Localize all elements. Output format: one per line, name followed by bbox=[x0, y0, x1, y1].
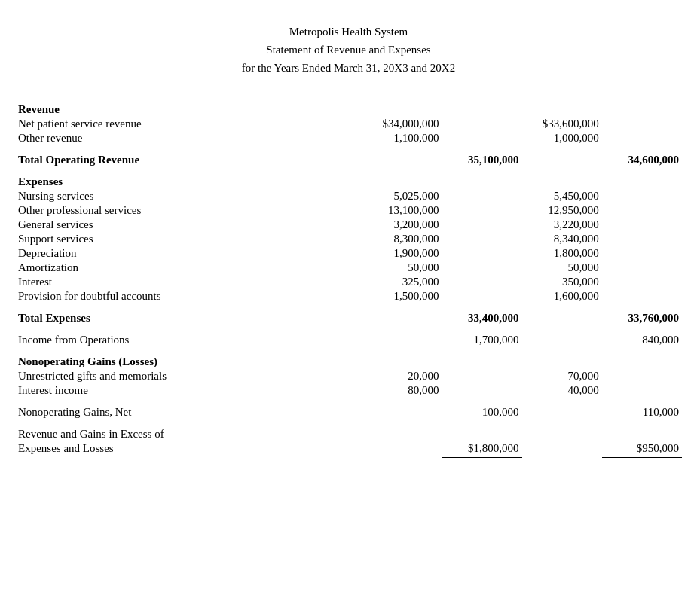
net-patient-label: Net patient service revenue bbox=[15, 117, 362, 131]
interest-income-label: Interest income bbox=[15, 383, 362, 398]
other-revenue-label: Other revenue bbox=[15, 131, 362, 145]
revenue-gains-row1: Revenue and Gains in Excess of bbox=[15, 427, 682, 441]
nonoperating-header-row: Nonoperating Gains (Losses) bbox=[15, 355, 682, 369]
provision-sub2: 1,600,000 bbox=[522, 289, 602, 303]
nonoperating-section-label: Nonoperating Gains (Losses) bbox=[15, 355, 362, 369]
total-expenses-row: Total Expenses 33,400,000 33,760,000 bbox=[15, 311, 682, 325]
nursing-services-row: Nursing services 5,025,000 5,450,000 bbox=[15, 189, 682, 203]
expenses-section-label: Expenses bbox=[15, 175, 362, 189]
revenue-gains-section: Revenue and Gains in Excess of Expenses … bbox=[15, 419, 682, 465]
unrestricted-gifts-sub2: 70,000 bbox=[522, 369, 602, 383]
interest-sub2: 350,000 bbox=[522, 275, 602, 289]
support-services-sub1: 8,300,000 bbox=[362, 232, 442, 246]
amortization-sub1: 50,000 bbox=[362, 261, 442, 275]
interest-sub1: 325,000 bbox=[362, 275, 442, 289]
revenue-header-row: Revenue bbox=[15, 102, 682, 117]
total-operating-revenue-total2: 34,600,000 bbox=[602, 153, 682, 167]
revenue-section: Revenue Net patient service revenue $34,… bbox=[15, 95, 682, 145]
net-patient-sub2: $33,600,000 bbox=[522, 117, 602, 131]
depreciation-label: Depreciation bbox=[15, 246, 362, 261]
unrestricted-gifts-row: Unrestricted gifts and memorials 20,000 … bbox=[15, 369, 682, 383]
total-operating-revenue-row: Total Operating Revenue 35,100,000 34,60… bbox=[15, 153, 682, 167]
revenue-section-label: Revenue bbox=[15, 102, 362, 117]
nursing-services-label: Nursing services bbox=[15, 189, 362, 203]
nonoperating-net-row: Nonoperating Gains, Net 100,000 110,000 bbox=[15, 405, 682, 419]
unrestricted-gifts-sub1: 20,000 bbox=[362, 369, 442, 383]
expenses-header-row: Expenses bbox=[15, 175, 682, 189]
header-line1: Metropolis Health System bbox=[15, 23, 682, 41]
income-operations-section: Income from Operations 1,700,000 840,000 bbox=[15, 325, 682, 347]
page-container: Metropolis Health System Statement of Re… bbox=[15, 23, 682, 465]
interest-income-row: Interest income 80,000 40,000 bbox=[15, 383, 682, 398]
nonoperating-net-total1: 100,000 bbox=[442, 405, 521, 419]
total-expenses-label: Total Expenses bbox=[15, 311, 362, 325]
revenue-gains-total1: $1,800,000 bbox=[442, 441, 521, 457]
other-professional-sub1: 13,100,000 bbox=[362, 203, 442, 218]
nonoperating-net-total2: 110,000 bbox=[602, 405, 682, 419]
amortization-label: Amortization bbox=[15, 261, 362, 275]
statement-table: Revenue Net patient service revenue $34,… bbox=[15, 95, 682, 465]
total-expenses-total1: 33,400,000 bbox=[442, 311, 521, 325]
report-header: Metropolis Health System Statement of Re… bbox=[15, 23, 682, 77]
expenses-section: Expenses Nursing services 5,025,000 5,45… bbox=[15, 167, 682, 303]
nonoperating-section: Nonoperating Gains (Losses) Unrestricted… bbox=[15, 347, 682, 398]
general-services-sub2: 3,220,000 bbox=[522, 218, 602, 232]
income-operations-total1: 1,700,000 bbox=[442, 333, 521, 347]
total-expenses-total2: 33,760,000 bbox=[602, 311, 682, 325]
support-services-sub2: 8,340,000 bbox=[522, 232, 602, 246]
nonoperating-net-label: Nonoperating Gains, Net bbox=[15, 405, 362, 419]
income-operations-row: Income from Operations 1,700,000 840,000 bbox=[15, 333, 682, 347]
other-professional-row: Other professional services 13,100,000 1… bbox=[15, 203, 682, 218]
unrestricted-gifts-label: Unrestricted gifts and memorials bbox=[15, 369, 362, 383]
revenue-gains-row2: Expenses and Losses $1,800,000 $950,000 bbox=[15, 441, 682, 457]
support-services-row: Support services 8,300,000 8,340,000 bbox=[15, 232, 682, 246]
amortization-sub2: 50,000 bbox=[522, 261, 602, 275]
depreciation-sub1: 1,900,000 bbox=[362, 246, 442, 261]
nursing-services-sub2: 5,450,000 bbox=[522, 189, 602, 203]
net-patient-sub1: $34,000,000 bbox=[362, 117, 442, 131]
other-revenue-sub1: 1,100,000 bbox=[362, 131, 442, 145]
depreciation-sub2: 1,800,000 bbox=[522, 246, 602, 261]
revenue-item-row: Net patient service revenue $34,000,000 … bbox=[15, 117, 682, 131]
interest-income-sub2: 40,000 bbox=[522, 383, 602, 398]
general-services-sub1: 3,200,000 bbox=[362, 218, 442, 232]
revenue-gains-label2: Expenses and Losses bbox=[15, 441, 362, 457]
revenue-gains-total2: $950,000 bbox=[602, 441, 682, 457]
amortization-row: Amortization 50,000 50,000 bbox=[15, 261, 682, 275]
provision-label: Provision for doubtful accounts bbox=[15, 289, 362, 303]
depreciation-row: Depreciation 1,900,000 1,800,000 bbox=[15, 246, 682, 261]
income-operations-label: Income from Operations bbox=[15, 333, 362, 347]
nursing-services-sub1: 5,025,000 bbox=[362, 189, 442, 203]
total-operating-revenue-total1: 35,100,000 bbox=[442, 153, 521, 167]
interest-row: Interest 325,000 350,000 bbox=[15, 275, 682, 289]
nonoperating-net-section: Nonoperating Gains, Net 100,000 110,000 bbox=[15, 398, 682, 419]
revenue-gains-label1: Revenue and Gains in Excess of bbox=[15, 427, 362, 441]
total-operating-revenue-label: Total Operating Revenue bbox=[15, 153, 362, 167]
interest-label: Interest bbox=[15, 275, 362, 289]
support-services-label: Support services bbox=[15, 232, 362, 246]
other-revenue-sub2: 1,000,000 bbox=[522, 131, 602, 145]
interest-income-sub1: 80,000 bbox=[362, 383, 442, 398]
provision-row: Provision for doubtful accounts 1,500,00… bbox=[15, 289, 682, 303]
other-professional-label: Other professional services bbox=[15, 203, 362, 218]
header-line2: Statement of Revenue and Expenses bbox=[15, 41, 682, 59]
other-revenue-row: Other revenue 1,100,000 1,000,000 bbox=[15, 131, 682, 145]
header-line3: for the Years Ended March 31, 20X3 and 2… bbox=[15, 59, 682, 77]
general-services-row: General services 3,200,000 3,220,000 bbox=[15, 218, 682, 232]
income-operations-total2: 840,000 bbox=[602, 333, 682, 347]
total-operating-revenue-section: Total Operating Revenue 35,100,000 34,60… bbox=[15, 145, 682, 167]
provision-sub1: 1,500,000 bbox=[362, 289, 442, 303]
total-expenses-section: Total Expenses 33,400,000 33,760,000 bbox=[15, 303, 682, 325]
general-services-label: General services bbox=[15, 218, 362, 232]
other-professional-sub2: 12,950,000 bbox=[522, 203, 602, 218]
